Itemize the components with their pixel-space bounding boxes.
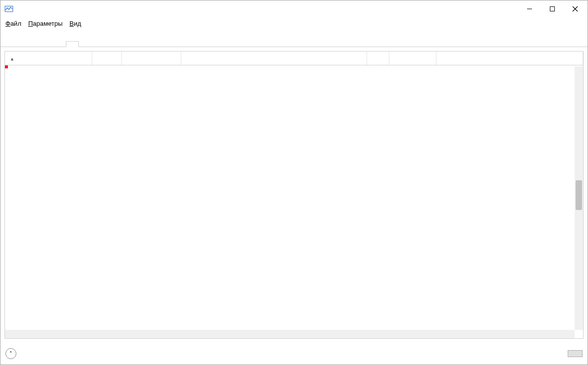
col-description[interactable]	[436, 52, 583, 65]
fewer-details-button[interactable]: ˄	[5, 348, 19, 359]
col-memory[interactable]	[389, 52, 436, 65]
svg-rect-2	[550, 7, 555, 11]
tab-apphistory[interactable]	[27, 41, 40, 47]
details-table-container: ▲	[4, 51, 584, 339]
tab-processes[interactable]	[1, 41, 14, 47]
menu-view[interactable]: Вид	[66, 19, 84, 28]
col-cpu[interactable]	[367, 52, 389, 65]
app-icon	[4, 4, 13, 13]
tab-users[interactable]	[53, 41, 66, 47]
tab-bar	[0, 32, 588, 47]
col-pid[interactable]	[92, 52, 121, 65]
end-task-button[interactable]	[568, 350, 583, 357]
menu-options[interactable]: Параметры	[25, 19, 65, 28]
menubar: Файл Параметры Вид	[0, 17, 588, 29]
chevron-up-icon: ˄	[5, 348, 16, 359]
vertical-scrollbar[interactable]	[575, 66, 583, 330]
maximize-button[interactable]	[541, 0, 564, 17]
footer: ˄	[0, 343, 588, 365]
minimize-button[interactable]	[518, 0, 541, 17]
col-name[interactable]: ▲	[5, 52, 92, 65]
task-manager-window: Файл Параметры Вид ▲	[0, 0, 588, 365]
tab-details[interactable]	[66, 41, 79, 47]
col-status[interactable]	[121, 52, 181, 65]
titlebar[interactable]	[0, 0, 588, 17]
tab-services[interactable]	[79, 41, 92, 47]
tab-startup[interactable]	[40, 41, 53, 47]
col-user[interactable]	[181, 52, 367, 65]
tab-performance[interactable]	[14, 41, 27, 47]
table-header-row: ▲	[5, 52, 583, 65]
scrollbar-thumb[interactable]	[576, 180, 582, 210]
close-button[interactable]	[564, 0, 587, 17]
horizontal-scrollbar[interactable]	[5, 330, 575, 338]
menu-file[interactable]: Файл	[2, 19, 24, 28]
annotation-highlight	[5, 65, 8, 68]
process-table: ▲	[5, 52, 583, 65]
sort-asc-icon: ▲	[10, 56, 14, 61]
window-controls	[518, 0, 587, 17]
